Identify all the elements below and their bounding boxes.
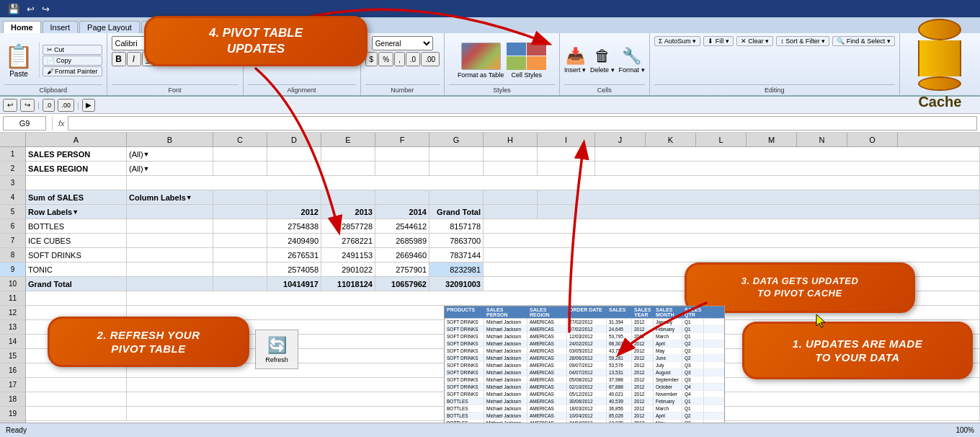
cell-i2[interactable] [538,162,595,175]
cell-g7[interactable]: 7863700 [429,234,484,247]
cell-c8[interactable] [213,248,267,262]
cell-d8[interactable]: 2676531 [267,248,321,262]
cell-c4[interactable] [213,190,267,204]
cell-f6[interactable]: 2544612 [375,219,429,233]
cell-a11[interactable] [26,291,127,305]
cell-f5[interactable]: 2014 [375,205,429,218]
col-header-a[interactable]: A [26,133,127,146]
col-header-d[interactable]: D [267,133,321,146]
cell-f2[interactable] [375,162,429,175]
cell-a19[interactable] [26,407,127,420]
autosum-button[interactable]: Σ AutoSum ▾ [654,36,701,46]
cell-c9[interactable] [213,262,267,276]
col-header-f[interactable]: F [375,133,429,146]
cell-d4[interactable] [267,190,321,204]
refresh-button-panel[interactable]: 🔄 Refresh [255,330,298,369]
cell-h2[interactable] [484,162,538,175]
cell-g8[interactable]: 7837144 [429,248,484,262]
col-header-l[interactable]: L [696,133,747,146]
tab-home[interactable]: Home [3,21,41,33]
tab-page-layout[interactable]: Page Layout [79,21,140,33]
row-num-11[interactable]: 11 [0,291,25,306]
row-num-4[interactable]: 4 [0,190,25,205]
cell-h1[interactable] [484,147,538,161]
cell-e10[interactable]: 11018124 [321,277,375,291]
cell-a4[interactable]: Sum of SALES [26,190,127,204]
cell-b8[interactable] [127,248,213,262]
sub-more[interactable]: ▶ [82,99,95,112]
sort-filter-button[interactable]: ↕ Sort & Filter ▾ [776,36,829,46]
qa-undo[interactable]: ↩ [24,4,37,14]
cell-b1[interactable]: (All) ▼ [127,147,213,161]
find-select-button[interactable]: 🔍 Find & Select ▾ [832,36,895,46]
formula-input[interactable] [68,116,977,131]
cell-rest2[interactable] [595,162,980,175]
cell-a6[interactable]: BOTTLES [26,219,127,233]
cell-f9[interactable]: 2757901 [375,262,429,276]
row-num-15[interactable]: 15 [0,349,25,363]
cell-a9[interactable]: TONIC [26,262,127,276]
cell-e4[interactable] [321,190,375,204]
cell-styles-button[interactable] [507,43,546,70]
percent-button[interactable]: % [378,52,393,66]
cell-c6[interactable] [213,219,267,233]
col-header-i[interactable]: I [538,133,595,146]
cell-d6[interactable]: 2754838 [267,219,321,233]
cell-c10[interactable] [213,277,267,291]
col-header-n[interactable]: N [797,133,847,146]
cell-rest6[interactable] [484,219,980,233]
cell-d10[interactable]: 10414917 [267,277,321,291]
cell-h5[interactable] [484,205,538,218]
row-num-1[interactable]: 1 [0,147,25,162]
cell-b9[interactable] [127,262,213,276]
cell-e6[interactable]: 2857728 [321,219,375,233]
tab-insert[interactable]: Insert [43,21,79,33]
cell-g6[interactable]: 8157178 [429,219,484,233]
cell-d9[interactable]: 2574058 [267,262,321,276]
row-num-7[interactable]: 7 [0,234,25,248]
comma-button[interactable]: , [394,52,405,66]
italic-button[interactable]: I [127,52,141,66]
cell-c1[interactable] [213,147,267,161]
row-num-8[interactable]: 8 [0,248,25,262]
cell-a17[interactable] [26,378,127,392]
cell-c7[interactable] [213,234,267,247]
row-num-19[interactable]: 19 [0,407,25,421]
cell-a1[interactable]: SALES PERSON [26,147,127,161]
cell-b5[interactable] [127,205,213,218]
cell-f8[interactable]: 2669460 [375,248,429,262]
row-num-6[interactable]: 6 [0,219,25,234]
cell-rest3[interactable] [127,176,980,190]
cell-g5[interactable]: Grand Total [429,205,484,218]
col-header-m[interactable]: M [747,133,797,146]
row-num-9[interactable]: 9 [0,262,25,277]
col-header-j[interactable]: J [595,133,646,146]
cell-rest1[interactable] [595,147,980,161]
col-header-h[interactable]: H [484,133,538,146]
cell-e5[interactable]: 2013 [321,205,375,218]
cell-a7[interactable]: ICE CUBES [26,234,127,247]
cell-f1[interactable] [375,147,429,161]
cell-b10[interactable] [127,277,213,291]
cell-d2[interactable] [267,162,321,175]
copy-button[interactable]: 📄 Copy [43,56,102,66]
cell-a3[interactable] [26,176,127,190]
qa-redo[interactable]: ↪ [40,4,52,14]
cell-e7[interactable]: 2768221 [321,234,375,247]
cell-c5[interactable] [213,205,267,218]
cell-rest4[interactable] [538,190,980,204]
col-header-k[interactable]: K [646,133,696,146]
cell-f4[interactable] [375,190,429,204]
cell-d5[interactable]: 2012 [267,205,321,218]
fill-button[interactable]: ⬇ Fill ▾ [703,36,734,46]
cell-f10[interactable]: 10657962 [375,277,429,291]
cell-b4[interactable]: Column Labels ▼ [127,190,213,204]
row-num-13[interactable]: 13 [0,320,25,335]
clear-button[interactable]: ✕ Clear ▾ [736,36,774,46]
increase-decimal-button[interactable]: .00 [421,52,440,66]
decrease-dec2[interactable]: .0 [43,99,55,112]
cell-e2[interactable] [321,162,375,175]
col-header-b[interactable]: B [127,133,213,146]
undo-button[interactable]: ↩ [3,99,17,112]
cell-g1[interactable] [429,147,484,161]
